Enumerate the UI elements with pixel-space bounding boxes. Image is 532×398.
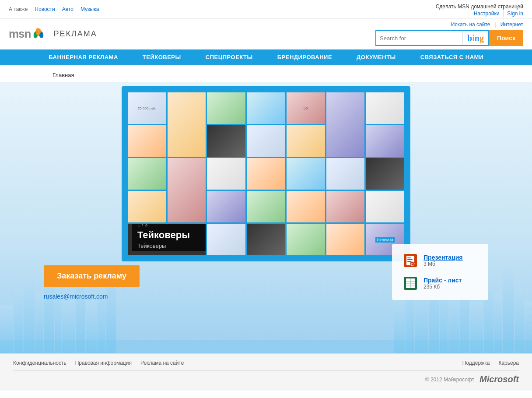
auto-link[interactable]: Авто bbox=[62, 6, 74, 12]
search-internet-link[interactable]: Интернет bbox=[500, 21, 523, 28]
reklama-text: РЕКЛАМА bbox=[53, 29, 97, 39]
presentation-size: 3 Мб bbox=[424, 261, 462, 267]
footer-legal-link[interactable]: Правовая информация bbox=[75, 360, 132, 366]
showcase-container: 25 000 руб. LG bbox=[0, 82, 532, 261]
breadcrumb: Главная bbox=[0, 65, 532, 82]
right-downloads: P Презентация 3 Мб Прайс - лист 235 Кб bbox=[392, 244, 488, 300]
footer-ads-link[interactable]: Реклама на сайте bbox=[140, 360, 184, 366]
sep: | bbox=[503, 11, 504, 17]
ad-tile bbox=[128, 158, 166, 190]
search-box: bing Поиск bbox=[375, 30, 523, 46]
ad-tile bbox=[168, 158, 206, 222]
svg-rect-28 bbox=[0, 340, 532, 353]
breadcrumb-home: Главная bbox=[52, 72, 74, 78]
footer-support-link[interactable]: Поддержка bbox=[462, 360, 490, 366]
presentation-info: Презентация 3 Мб bbox=[424, 254, 462, 267]
nav-specprojects[interactable]: СПЕЦПРОЕКТЫ bbox=[193, 49, 265, 65]
ad-tile bbox=[366, 92, 404, 124]
ad-tile: 25 000 руб. bbox=[128, 92, 166, 124]
make-home-text: Сделать MSN домашней страницей bbox=[436, 4, 523, 10]
footer-left-links: Конфиденциальность Правовая информация Р… bbox=[13, 360, 184, 366]
svg-rect-32 bbox=[407, 259, 413, 260]
svg-text:P: P bbox=[411, 262, 413, 265]
price-title: Прайс - лист bbox=[424, 277, 462, 284]
overlay-counter: 1 / 3 bbox=[137, 224, 205, 228]
ad-tile bbox=[326, 92, 365, 157]
ad-tile bbox=[247, 191, 285, 222]
header: msn РЕКЛАМА Искать на сайте | Интернет b… bbox=[0, 19, 532, 49]
footer-top: Конфиденциальность Правовая информация Р… bbox=[13, 360, 519, 366]
nav-takeovers[interactable]: ТЕЙКОВЕРЫ bbox=[130, 49, 193, 65]
msn-logo: msn bbox=[9, 26, 46, 42]
nav-contact[interactable]: СВЯЗАТЬСЯ С НАМИ bbox=[408, 49, 496, 65]
ad-tile bbox=[207, 191, 245, 222]
nav-docs[interactable]: ДОКУМЕНТЫ bbox=[344, 49, 408, 65]
footer-career-link[interactable]: Карьера bbox=[498, 360, 519, 366]
also-label: А также bbox=[9, 6, 28, 12]
bing-logo-box: bing bbox=[462, 31, 488, 45]
ad-tile bbox=[247, 158, 285, 190]
svg-rect-31 bbox=[407, 257, 411, 258]
ad-tile bbox=[207, 92, 245, 124]
bottom-section: Заказать рекламу rusales@microsoft.com P… bbox=[0, 235, 532, 317]
ad-tile bbox=[366, 191, 404, 222]
left-cta: Заказать рекламу rusales@microsoft.com bbox=[44, 265, 140, 300]
ad-tile bbox=[128, 191, 166, 222]
ad-tile bbox=[128, 125, 166, 157]
copyright-text: © 2012 Майкрософт bbox=[425, 377, 474, 383]
ad-tile bbox=[247, 125, 285, 157]
footer: Конфиденциальность Правовая информация Р… bbox=[0, 353, 532, 391]
nav-branding[interactable]: БРЕНДИРОВАНИЕ bbox=[265, 49, 344, 65]
bing-logo: bing bbox=[467, 33, 484, 43]
music-link[interactable]: Музыка bbox=[80, 6, 99, 12]
price-download[interactable]: Прайс - лист 235 Кб bbox=[402, 274, 478, 293]
footer-bottom: © 2012 Майкрософт Microsoft bbox=[13, 370, 519, 384]
presentation-download[interactable]: P Презентация 3 Мб bbox=[402, 251, 478, 270]
search-input-wrapper: bing bbox=[375, 30, 489, 46]
ad-tile bbox=[168, 92, 206, 157]
ad-tile bbox=[326, 158, 365, 190]
email-link[interactable]: rusales@microsoft.com bbox=[44, 293, 108, 300]
top-bar: А также Новости Авто Музыка Сделать MSN … bbox=[0, 0, 532, 19]
price-info: Прайс - лист 235 Кб bbox=[424, 277, 462, 290]
microsoft-logo: Microsoft bbox=[480, 374, 519, 384]
top-left-links: А также Новости Авто Музыка bbox=[9, 4, 99, 12]
ad-tile bbox=[326, 191, 365, 222]
presentation-title: Презентация bbox=[424, 254, 462, 261]
settings-link[interactable]: Настройки bbox=[474, 11, 500, 17]
ad-tile bbox=[247, 92, 285, 124]
search-input[interactable] bbox=[376, 33, 462, 43]
search-filter: Искать на сайте | Интернет bbox=[451, 21, 523, 28]
powerpoint-icon: P bbox=[402, 253, 418, 268]
footer-right-links: Поддержка Карьера bbox=[462, 360, 519, 366]
nav-banner[interactable]: БАННЕРНАЯ РЕКЛАМА bbox=[36, 49, 130, 65]
ad-tile bbox=[207, 125, 245, 157]
main-content: 25 000 руб. LG bbox=[0, 82, 532, 353]
top-right-links: Сделать MSN домашней страницей Настройки… bbox=[436, 4, 523, 17]
signin-link[interactable]: Sign in bbox=[507, 11, 523, 17]
ad-tile bbox=[207, 158, 245, 190]
news-link[interactable]: Новости bbox=[35, 6, 55, 12]
showcase-grid: 25 000 руб. LG bbox=[128, 92, 404, 255]
excel-icon bbox=[402, 275, 418, 291]
logo-area: msn РЕКЛАМА bbox=[9, 26, 97, 42]
msn-text: msn bbox=[9, 27, 31, 41]
search-site-link[interactable]: Искать на сайте bbox=[451, 21, 490, 28]
ad-tile bbox=[287, 191, 325, 222]
ad-tile bbox=[287, 125, 325, 157]
main-nav: БАННЕРНАЯ РЕКЛАМА ТЕЙКОВЕРЫ СПЕЦПРОЕКТЫ … bbox=[0, 49, 532, 65]
order-button[interactable]: Заказать рекламу bbox=[44, 265, 140, 287]
ad-tile bbox=[366, 125, 404, 157]
butterfly-icon bbox=[31, 26, 46, 42]
ad-tile bbox=[287, 158, 325, 190]
ad-tile: LG bbox=[287, 92, 325, 124]
search-area: Искать на сайте | Интернет bing Поиск bbox=[375, 21, 523, 46]
search-button[interactable]: Поиск bbox=[489, 30, 523, 46]
footer-privacy-link[interactable]: Конфиденциальность bbox=[13, 360, 66, 366]
ad-tile bbox=[366, 158, 404, 190]
price-size: 235 Кб bbox=[424, 284, 462, 290]
